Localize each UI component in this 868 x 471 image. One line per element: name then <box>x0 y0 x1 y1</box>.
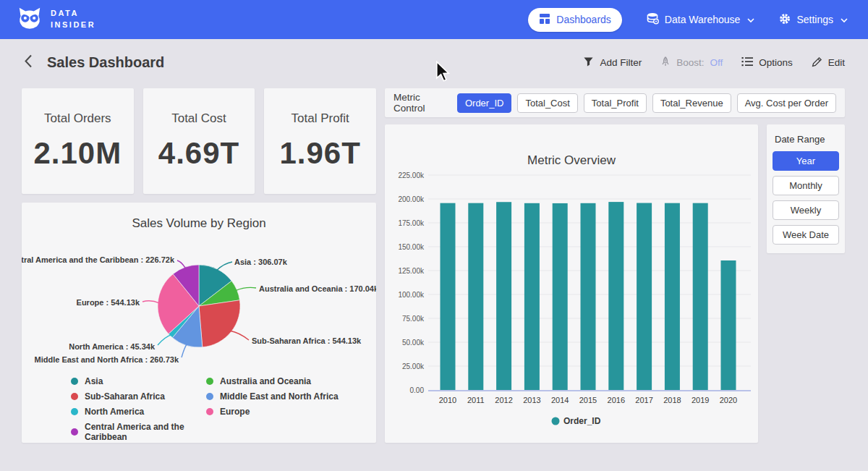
metric-option-total-revenue[interactable]: Total_Revenue <box>652 93 731 113</box>
legend-item[interactable]: North America <box>71 407 206 417</box>
dashboard-content: Total Orders 2.10M Total Cost 4.69T Tota… <box>0 88 868 443</box>
list-icon <box>741 56 753 69</box>
pie-leader-line <box>230 331 249 340</box>
x-axis-tick: 2012 <box>495 396 512 404</box>
pie-slice-label: Asia : 306.07k <box>234 258 288 266</box>
pie-chart-card: Sales Volume by Region Asia : 306.07kAus… <box>22 203 376 443</box>
edit-button[interactable]: Edit <box>812 56 845 69</box>
database-icon <box>647 12 659 27</box>
bar-2020[interactable] <box>721 260 736 390</box>
left-column: Total Orders 2.10M Total Cost 4.69T Tota… <box>22 88 376 443</box>
bar-2018[interactable] <box>665 203 680 390</box>
pie-leader-line <box>177 260 186 268</box>
pie-slice-label: Central America and the Caribbean : 226.… <box>22 255 175 264</box>
y-axis-tick: 0.00 <box>410 386 425 394</box>
legend-dot <box>206 378 213 385</box>
bar-2015[interactable] <box>581 203 596 390</box>
owl-logo-icon <box>16 4 43 35</box>
y-axis-tick: 175.00k <box>398 219 425 227</box>
settings-menu[interactable]: Settings <box>779 13 848 27</box>
metric-control-label: Metric Control <box>393 92 446 114</box>
x-axis-tick: 2010 <box>439 396 456 404</box>
x-axis-tick: 2020 <box>720 396 737 404</box>
dashboards-button[interactable]: Dashboards <box>528 8 622 32</box>
date-range-weekly[interactable]: Weekly <box>773 200 839 220</box>
x-axis-tick: 2015 <box>579 396 597 404</box>
bar-2013[interactable] <box>524 203 540 390</box>
x-axis-tick: 2011 <box>467 396 485 404</box>
bar-2014[interactable] <box>553 203 568 390</box>
y-axis-tick: 75.00k <box>402 315 425 323</box>
navbar-menu: Dashboards Data Warehouse <box>528 8 848 32</box>
pie-slice-label: Sub-Saharan Africa : 544.13k <box>252 336 362 345</box>
date-range-label: Date Range <box>775 134 839 145</box>
dashboards-grid-icon <box>539 13 550 27</box>
legend-item[interactable]: Middle East and North Africa <box>206 391 376 402</box>
x-axis-tick: 2016 <box>608 396 625 404</box>
date-range-monthly[interactable]: Monthly <box>773 176 839 195</box>
data-warehouse-menu[interactable]: Data Warehouse <box>647 12 755 27</box>
pie-chart-title: Sales Volume by Region <box>22 203 376 231</box>
bar-2017[interactable] <box>637 203 652 390</box>
date-range-year[interactable]: Year <box>773 151 839 171</box>
legend-item[interactable]: Asia <box>71 376 206 386</box>
add-filter-button[interactable]: Add Filter <box>583 56 642 69</box>
metric-option-total-cost[interactable]: Total_Cost <box>517 93 577 113</box>
rocket-icon <box>660 56 671 69</box>
metric-option-avg-cost[interactable]: Avg. Cost per Order <box>737 93 836 113</box>
pie-leader-line <box>142 301 159 303</box>
page-title: Sales Dashboard <box>47 54 164 71</box>
bar-2011[interactable] <box>468 203 483 390</box>
chevron-down-icon <box>747 14 754 25</box>
pie-slice-label: Australia and Oceania : 170.04k <box>259 284 376 293</box>
legend-item[interactable]: Australia and Oceania <box>206 376 376 386</box>
options-button[interactable]: Options <box>741 56 793 69</box>
date-range-week-date[interactable]: Week Date <box>773 225 839 245</box>
legend-item[interactable]: Europe <box>206 407 376 417</box>
kpi-total-orders: Total Orders 2.10M <box>22 88 134 194</box>
legend-item[interactable]: Central America and the Caribbean <box>71 422 206 442</box>
y-axis-tick: 25.00k <box>402 362 425 370</box>
bar-legend-dot <box>552 417 560 425</box>
legend-dot <box>206 393 213 400</box>
y-axis-tick: 100.00k <box>398 291 425 299</box>
bar-2019[interactable] <box>693 203 708 390</box>
dashboard-header: Sales Dashboard Add Filter Boost: Off <box>0 39 868 71</box>
back-button[interactable] <box>25 54 33 71</box>
brand: DATA INSIDER <box>16 4 95 35</box>
kpi-label: Total Cost <box>171 111 226 126</box>
bar-2016[interactable] <box>608 202 624 390</box>
right-column: Metric Control Order_ID Total_Cost Total… <box>385 88 845 443</box>
pie-slice-sub-saharan-africa[interactable] <box>199 300 240 347</box>
kpi-label: Total Orders <box>44 111 111 126</box>
y-axis-tick: 225.00k <box>398 171 425 179</box>
x-axis-tick: 2019 <box>692 396 709 404</box>
filter-funnel-icon <box>583 56 594 69</box>
bar-chart: 0.0025.00k50.00k75.00k100.00k125.00k150.… <box>385 124 758 443</box>
gear-icon <box>779 13 791 27</box>
x-axis-tick: 2018 <box>663 396 681 404</box>
y-axis-tick: 200.00k <box>398 195 425 203</box>
metric-option-total-profit[interactable]: Total_Profit <box>584 93 647 113</box>
boost-toggle[interactable]: Boost: Off <box>660 56 723 69</box>
metric-option-order-id[interactable]: Order_ID <box>457 93 511 113</box>
bar-2010[interactable] <box>441 203 456 390</box>
legend-dot <box>71 428 78 436</box>
y-axis-tick: 150.00k <box>398 243 425 251</box>
legend-item[interactable]: Sub-Saharan Africa <box>71 391 206 402</box>
y-axis-tick: 125.00k <box>398 267 425 275</box>
legend-dot <box>206 408 213 415</box>
kpi-total-profit: Total Profit 1.96T <box>264 88 376 194</box>
kpi-value: 2.10M <box>33 136 122 171</box>
metric-control-bar: Metric Control Order_ID Total_Cost Total… <box>385 88 845 117</box>
kpi-label: Total Profit <box>292 111 349 126</box>
pie-leader-line <box>158 335 171 345</box>
chevron-down-icon <box>841 14 848 25</box>
legend-dot <box>71 393 78 400</box>
bar-2012[interactable] <box>496 202 511 390</box>
bar-chart-card: Metric Overview 0.0025.00k50.00k75.00k10… <box>385 124 758 443</box>
bar-legend-label: Order_ID <box>563 416 601 426</box>
x-axis-tick: 2017 <box>635 396 652 404</box>
kpi-value: 1.96T <box>279 136 360 171</box>
pie-slice-label: North America : 45.34k <box>69 342 156 351</box>
